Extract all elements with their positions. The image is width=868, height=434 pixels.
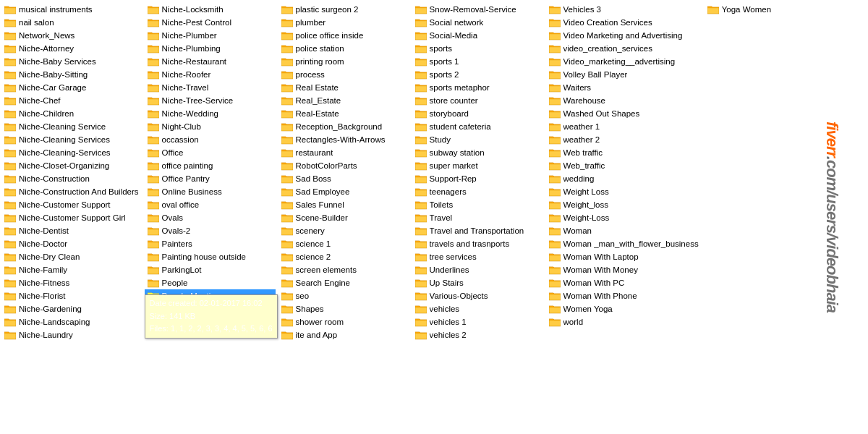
folder-item[interactable]: occassion [145, 133, 276, 146]
folder-item[interactable]: Woman With Money [546, 263, 702, 276]
folder-item[interactable]: Niche-Baby-Sitting [1, 68, 142, 81]
folder-item[interactable]: Sad Employee [278, 185, 409, 198]
folder-item[interactable]: Niche-Gardening [1, 302, 142, 315]
folder-item[interactable]: Network_News [1, 29, 142, 42]
folder-item[interactable]: wedding [546, 172, 702, 185]
folder-item[interactable]: restaurant [278, 146, 409, 159]
folder-item[interactable]: student cafeteria [412, 120, 543, 133]
folder-item[interactable]: Niche-Plumber [145, 29, 276, 42]
folder-item[interactable]: store counter [412, 94, 543, 107]
folder-item[interactable]: science 1 [278, 237, 409, 250]
folder-item[interactable]: Travel and Transportation [412, 224, 543, 237]
folder-item[interactable]: Reception_Background [278, 120, 409, 133]
folder-item[interactable]: Shapes [278, 302, 409, 315]
folder-item[interactable]: People [145, 276, 276, 289]
folder-item[interactable]: ParkingLot [145, 263, 276, 276]
folder-item[interactable]: Office [145, 146, 276, 159]
folder-item[interactable]: Niche-Baby Services [1, 55, 142, 68]
folder-item[interactable]: Scene-Builder [278, 211, 409, 224]
folder-item[interactable]: Web traffic [546, 146, 702, 159]
folder-item[interactable]: Underlines [412, 263, 543, 276]
folder-item[interactable]: Niche-Fitness [1, 276, 142, 289]
folder-item[interactable]: Niche-Construction And Builders [1, 185, 142, 198]
folder-item[interactable]: Social network [412, 16, 543, 29]
folder-item[interactable]: subway station [412, 146, 543, 159]
folder-item[interactable]: Niche-Laundry [1, 328, 142, 341]
folder-item[interactable]: Painting house outside [145, 250, 276, 263]
folder-item[interactable]: Niche-Cleaning Services [1, 133, 142, 146]
folder-item[interactable]: RobotColorParts [278, 159, 409, 172]
folder-item[interactable]: process [278, 68, 409, 81]
folder-item[interactable]: Niche-Chef [1, 94, 142, 107]
folder-item[interactable]: Niche-Attorney [1, 42, 142, 55]
folder-item[interactable]: Social-Media [412, 29, 543, 42]
folder-item[interactable]: travels and trasnports [412, 237, 543, 250]
folder-item[interactable]: scenery [278, 224, 409, 237]
folder-item[interactable]: Women Yoga [546, 302, 702, 315]
folder-item[interactable]: printing room [278, 55, 409, 68]
folder-item[interactable]: Niche-Doctor [1, 237, 142, 250]
folder-item[interactable]: musical instruments [1, 3, 142, 16]
folder-item[interactable]: vehicles 2 [412, 328, 543, 341]
folder-item[interactable]: Real_Estate [278, 94, 409, 107]
folder-item[interactable]: Woman [546, 224, 702, 237]
folder-item[interactable]: storyboard [412, 107, 543, 120]
folder-item[interactable]: Niche-Roofer [145, 68, 276, 81]
folder-item[interactable]: sports metaphor [412, 81, 543, 94]
folder-item[interactable]: plastic surgeon 2 [278, 3, 409, 16]
folder-item[interactable]: Real-Estate [278, 107, 409, 120]
folder-item[interactable]: Ovals-2 [145, 224, 276, 237]
folder-item[interactable]: sports 2 [412, 68, 543, 81]
folder-item[interactable]: Woman With PC [546, 276, 702, 289]
folder-item[interactable]: Niche-Plumbing [145, 42, 276, 55]
folder-item[interactable]: Warehouse [546, 94, 702, 107]
folder-item[interactable]: shower room [278, 315, 409, 328]
folder-item[interactable]: Vehicles 3 [546, 3, 702, 16]
folder-item[interactable]: police station [278, 42, 409, 55]
folder-item[interactable]: Video Marketing and Advertising [546, 29, 702, 42]
folder-item[interactable]: oval office [145, 198, 276, 211]
folder-item[interactable]: Niche-Dentist [1, 224, 142, 237]
folder-item[interactable]: Volley Ball Player [546, 68, 702, 81]
folder-item[interactable]: tree services [412, 250, 543, 263]
folder-item[interactable]: Niche-Restaurant [145, 55, 276, 68]
folder-item[interactable]: Night-Club [145, 120, 276, 133]
folder-item[interactable]: Sales Funnel [278, 198, 409, 211]
folder-item[interactable]: super market [412, 159, 543, 172]
folder-item[interactable]: world [546, 315, 702, 328]
folder-item[interactable]: Woman With Laptop [546, 250, 702, 263]
folder-item[interactable]: Weight_loss [546, 198, 702, 211]
folder-item[interactable]: teenagers [412, 185, 543, 198]
folder-item[interactable]: Niche-Pest Control [145, 16, 276, 29]
folder-item[interactable]: sports [412, 42, 543, 55]
folder-item[interactable]: sports 1 [412, 55, 543, 68]
folder-item[interactable]: Travel [412, 211, 543, 224]
folder-item[interactable]: Niche-Car Garage [1, 81, 142, 94]
folder-item[interactable]: Niche-Cleaning-Services [1, 146, 142, 159]
folder-item[interactable]: seo [278, 289, 409, 302]
folder-item[interactable]: Niche-Wedding [145, 107, 276, 120]
folder-item[interactable]: Niche-Customer Support [1, 198, 142, 211]
folder-item[interactable]: Niche-Customer Support Girl [1, 211, 142, 224]
folder-item[interactable]: office painting [145, 159, 276, 172]
folder-item[interactable]: Real Estate [278, 81, 409, 94]
folder-item[interactable]: Video_marketing__advertising [546, 55, 702, 68]
folder-item[interactable]: Niche-Travel [145, 81, 276, 94]
folder-item[interactable]: weather 2 [546, 133, 702, 146]
folder-item[interactable]: Niche-Family [1, 263, 142, 276]
folder-item[interactable]: vehicles 1 [412, 315, 543, 328]
folder-item[interactable]: People-MeetingDate created: 02-01-2017 1… [145, 289, 276, 302]
folder-item[interactable]: Weight-Loss [546, 211, 702, 224]
folder-item[interactable]: screen elements [278, 263, 409, 276]
folder-item[interactable]: Woman _man_with_flower_business [546, 237, 702, 250]
folder-item[interactable]: Niche-Dry Clean [1, 250, 142, 263]
folder-item[interactable]: Woman With Phone [546, 289, 702, 302]
folder-item[interactable]: nail salon [1, 16, 142, 29]
folder-item[interactable]: Niche-Florist [1, 289, 142, 302]
folder-item[interactable]: Video Creation Services [546, 16, 702, 29]
folder-item[interactable]: Study [412, 133, 543, 146]
folder-item[interactable]: Web_traffic [546, 159, 702, 172]
folder-item[interactable]: Online Business [145, 185, 276, 198]
folder-item[interactable]: Niche-Cleaning Service [1, 120, 142, 133]
folder-item[interactable]: Niche-Landscaping [1, 315, 142, 328]
